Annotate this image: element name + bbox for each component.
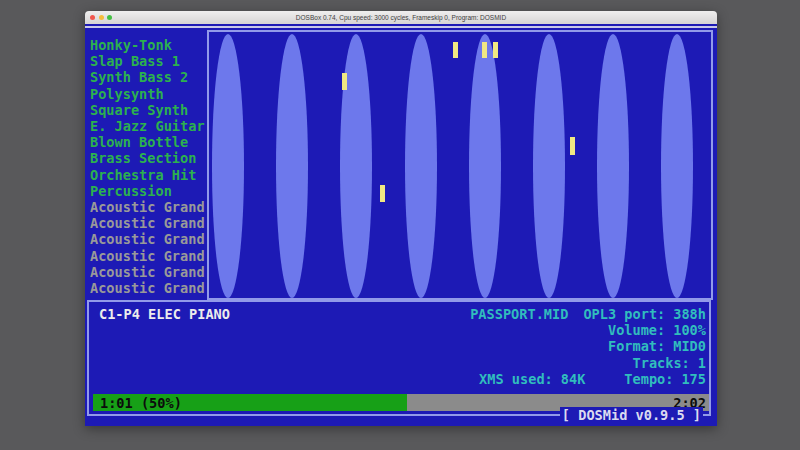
xms-used-value: 84K [561,371,586,387]
channel-list: Honky-TonkSlap Bass 1Synth Bass 2Polysyn… [90,37,205,296]
channel-item: Orchestra Hit [90,167,205,183]
info-row: XMS used:84K Tempo:175 [470,371,706,387]
channel-column [629,34,661,298]
info-row: Format:MID0 [470,338,706,354]
channel-column [469,34,501,298]
channel-column [308,34,340,298]
channel-column [437,34,469,298]
xms-used-label: XMS used: [479,371,553,387]
close-button[interactable] [90,15,95,20]
format-field: Format:MID0 [608,338,706,354]
channel-column [501,34,533,298]
tempo-label: Tempo: [624,371,673,387]
window-title: DOSBox 0.74, Cpu speed: 3000 cycles, Fra… [85,11,717,24]
channel-item: Acoustic Grand [90,231,205,247]
titlebar: DOSBox 0.74, Cpu speed: 3000 cycles, Fra… [85,11,717,24]
note-marker [482,42,487,58]
channel-column [405,34,437,298]
dos-screen: Honky-TonkSlap Bass 1Synth Bass 2Polysyn… [85,24,717,426]
event-text: C1-P4 ELEC PIANO [99,306,230,322]
format-value: MID0 [673,338,706,354]
channel-column [533,34,565,298]
tempo-value: 175 [681,371,706,387]
tempo-field: Tempo:175 [624,371,706,387]
opl3-port-value: 388h [673,306,706,322]
note-marker [380,185,385,202]
volume-value: 100% [673,322,706,338]
dosbox-window: DOSBox 0.74, Cpu speed: 3000 cycles, Fra… [85,11,717,426]
version-badge: [ DOSMid v0.9.5 ] [560,407,703,423]
volume-label: Volume: [608,322,665,338]
channel-item: Acoustic Grand [90,199,205,215]
channel-item: Acoustic Grand [90,215,205,231]
channel-item: Slap Bass 1 [90,53,205,69]
channel-item: Blown Bottle [90,134,205,150]
tracks-field: Tracks:1 [633,355,706,371]
channel-item: Percussion [90,183,205,199]
filename: PASSPORT.MID [470,306,568,322]
xms-used-field: XMS used:84K [479,371,585,387]
channel-item: Honky-Tonk [90,37,205,53]
channel-item: E. Jazz Guitar [90,118,205,134]
piano-roll [207,30,713,300]
window-controls [90,15,112,20]
channel-item: Acoustic Grand [90,248,205,264]
elapsed-time-label: 1:01 (50%) [100,395,182,411]
channel-column [661,34,693,298]
info-row: Tracks:1 [470,355,706,371]
zoom-button[interactable] [107,15,112,20]
channel-item: Brass Section [90,150,205,166]
channel-column [693,34,713,298]
status-panel: C1-P4 ELEC PIANO PASSPORT.MID OPL3 port:… [87,300,711,416]
channel-column [565,34,597,298]
desktop: DOSBox 0.74, Cpu speed: 3000 cycles, Fra… [0,0,800,450]
channel-column [244,34,276,298]
note-marker [570,137,575,155]
volume-field: Volume:100% [608,322,706,338]
channel-item: Polysynth [90,86,205,102]
channel-column [276,34,308,298]
channel-column [597,34,629,298]
channel-item: Square Synth [90,102,205,118]
note-marker [342,73,347,90]
channel-item: Synth Bass 2 [90,69,205,85]
tracks-value: 1 [698,355,706,371]
opl3-port-field: OPL3 port:388h [583,306,706,322]
channel-columns [212,34,711,298]
channel-item: Acoustic Grand [90,280,205,296]
screen-top-line [85,26,717,28]
info-row: Volume:100% [470,322,706,338]
channel-item: Acoustic Grand [90,264,205,280]
note-marker [453,42,458,58]
info-row: PASSPORT.MID OPL3 port:388h [470,306,706,322]
minimize-button[interactable] [99,15,104,20]
format-label: Format: [608,338,665,354]
channel-column [212,34,244,298]
opl3-port-label: OPL3 port: [583,306,665,322]
tracks-label: Tracks: [633,355,690,371]
info-block: PASSPORT.MID OPL3 port:388h Volume:100% … [470,306,706,387]
note-marker [493,42,498,58]
channel-column [372,34,404,298]
